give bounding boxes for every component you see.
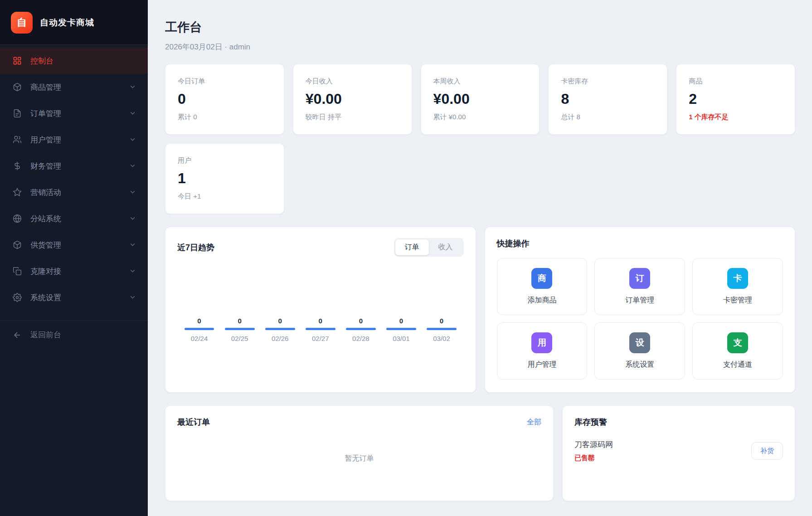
quick-action-payment-channel[interactable]: 支 支付通道 bbox=[692, 322, 783, 380]
sidebar-item-label: 系统设置 bbox=[30, 292, 121, 303]
stat-sub: 累计 ¥0.00 bbox=[433, 113, 527, 122]
quick-action-label: 支付通道 bbox=[723, 360, 752, 370]
chevron-down-icon bbox=[129, 136, 137, 144]
product-badge-icon: 商 bbox=[531, 268, 552, 289]
dollar-icon bbox=[12, 161, 22, 171]
stat-card-week-income: 本周收入 ¥0.00 累计 ¥0.00 bbox=[421, 64, 540, 135]
settings-badge-icon: 设 bbox=[629, 332, 650, 353]
chart-column: 0 03/01 bbox=[381, 317, 421, 342]
chevron-down-icon bbox=[129, 214, 137, 223]
stock-alert-title: 库存预警 bbox=[574, 417, 783, 428]
chart-value: 0 bbox=[319, 317, 322, 325]
sidebar-item-clone[interactable]: 克隆对接 bbox=[0, 258, 148, 284]
chart-tick-label: 03/02 bbox=[433, 335, 450, 342]
stat-value: 8 bbox=[561, 91, 655, 107]
chart-column: 0 03/02 bbox=[421, 317, 462, 342]
globe-icon bbox=[12, 214, 22, 224]
sidebar-item-settings[interactable]: 系统设置 bbox=[0, 284, 148, 311]
stat-card-today-income: 今日收入 ¥0.00 较昨日 持平 bbox=[293, 64, 412, 135]
stats-grid: 今日订单 0 累计 0 今日收入 ¥0.00 较昨日 持平 本周收入 ¥0.00… bbox=[165, 64, 795, 214]
stat-card-today-orders: 今日订单 0 累计 0 bbox=[165, 64, 284, 135]
sold-out-badge: 已售罄 bbox=[574, 454, 613, 462]
chevron-down-icon bbox=[129, 293, 137, 302]
chart-tick-label: 02/28 bbox=[352, 335, 370, 342]
quick-action-label: 用户管理 bbox=[527, 360, 556, 370]
stat-sub-low-stock-warning: 1 个库存不足 bbox=[689, 113, 783, 122]
chevron-down-icon bbox=[129, 267, 137, 275]
chevron-down-icon bbox=[129, 241, 137, 249]
chart-value: 0 bbox=[440, 317, 443, 325]
middle-row: 近7日趋势 订单 收入 0 02/24 0 02/25 0 bbox=[165, 227, 795, 393]
chart-value: 0 bbox=[278, 317, 282, 325]
chart-value: 0 bbox=[399, 317, 403, 325]
stock-alert-panel: 库存预警 刀客源码网 已售罄 补货 bbox=[562, 405, 795, 501]
stat-sub: 总计 8 bbox=[561, 113, 655, 122]
brand-header: 自 自动发卡商城 bbox=[0, 0, 148, 44]
quick-actions-title: 快捷操作 bbox=[497, 238, 783, 249]
sidebar-item-dashboard[interactable]: 控制台 bbox=[0, 48, 148, 74]
sidebar-item-finance[interactable]: 财务管理 bbox=[0, 153, 148, 179]
quick-action-add-product[interactable]: 商 添加商品 bbox=[497, 258, 588, 315]
stat-value: ¥0.00 bbox=[306, 91, 399, 107]
stat-sub: 累计 0 bbox=[178, 113, 272, 122]
chart-tick-label: 02/25 bbox=[231, 335, 248, 342]
main-content: 工作台 2026年03月02日 · admin 今日订单 0 累计 0 今日收入… bbox=[148, 0, 812, 516]
quick-action-system-settings[interactable]: 设 系统设置 bbox=[594, 322, 685, 380]
sidebar: 自 自动发卡商城 控制台 商品管理 订单管理 bbox=[0, 0, 148, 516]
bar-chart: 0 02/24 0 02/25 0 02/26 0 02/27 bbox=[177, 257, 464, 342]
sidebar-item-label: 克隆对接 bbox=[30, 266, 121, 277]
quick-action-order-management[interactable]: 订 订单管理 bbox=[594, 258, 685, 315]
quick-action-label: 添加商品 bbox=[527, 296, 556, 305]
chart-bar bbox=[306, 328, 335, 330]
chart-bar bbox=[265, 328, 295, 330]
sidebar-item-label: 营销活动 bbox=[30, 187, 121, 198]
gear-icon bbox=[12, 292, 22, 302]
back-to-frontend-link[interactable]: 返回前台 bbox=[0, 321, 148, 349]
chevron-down-icon bbox=[129, 109, 137, 117]
star-icon bbox=[12, 187, 22, 197]
chart-tick-label: 02/26 bbox=[272, 335, 289, 342]
chart-bar bbox=[225, 328, 255, 330]
app-logo: 自 bbox=[11, 12, 33, 34]
sidebar-item-substation[interactable]: 分站系统 bbox=[0, 205, 148, 232]
sidebar-item-users[interactable]: 用户管理 bbox=[0, 127, 148, 153]
chart-column: 0 02/27 bbox=[300, 317, 340, 342]
stat-label: 今日订单 bbox=[178, 77, 272, 86]
sidebar-item-supply[interactable]: 供货管理 bbox=[0, 232, 148, 258]
order-badge-icon: 订 bbox=[629, 268, 650, 289]
stat-value: 2 bbox=[689, 91, 783, 107]
chevron-down-icon bbox=[129, 188, 137, 196]
user-badge-icon: 用 bbox=[531, 332, 552, 353]
page-title: 工作台 bbox=[165, 19, 795, 35]
chart-tick-label: 02/24 bbox=[191, 335, 208, 342]
quick-action-label: 卡密管理 bbox=[723, 296, 752, 305]
chart-value: 0 bbox=[197, 317, 201, 325]
recent-orders-panel: 最近订单 全部 暂无订单 bbox=[165, 405, 554, 501]
stat-label: 用户 bbox=[178, 156, 272, 165]
sidebar-item-label: 供货管理 bbox=[30, 240, 121, 250]
sidebar-item-marketing[interactable]: 营销活动 bbox=[0, 179, 148, 205]
quick-actions-panel: 快捷操作 商 添加商品 订 订单管理 卡 卡密管理 用 用户管理 bbox=[485, 227, 796, 393]
chart-value: 0 bbox=[238, 317, 241, 325]
copy-icon bbox=[12, 266, 22, 276]
sidebar-item-products[interactable]: 商品管理 bbox=[0, 74, 148, 100]
restock-button[interactable]: 补货 bbox=[751, 442, 783, 460]
back-link-label: 返回前台 bbox=[30, 330, 61, 340]
chart-bar bbox=[185, 328, 214, 330]
box-icon bbox=[12, 82, 22, 92]
stat-label: 今日收入 bbox=[306, 77, 399, 86]
quick-action-label: 系统设置 bbox=[625, 360, 654, 370]
view-all-link[interactable]: 全部 bbox=[527, 418, 541, 427]
chart-column: 0 02/26 bbox=[260, 317, 300, 342]
sidebar-item-label: 分站系统 bbox=[30, 214, 121, 224]
package-icon bbox=[12, 240, 22, 250]
sidebar-item-orders[interactable]: 订单管理 bbox=[0, 100, 148, 127]
page-subtitle: 2026年03月02日 · admin bbox=[165, 42, 795, 52]
dashboard-icon bbox=[12, 56, 22, 66]
quick-action-user-management[interactable]: 用 用户管理 bbox=[497, 322, 588, 380]
tab-orders[interactable]: 订单 bbox=[395, 239, 429, 255]
chart-bar bbox=[386, 328, 416, 330]
tab-income[interactable]: 收入 bbox=[429, 239, 462, 255]
quick-action-card-management[interactable]: 卡 卡密管理 bbox=[692, 258, 783, 315]
stat-card-card-stock: 卡密库存 8 总计 8 bbox=[548, 64, 667, 135]
